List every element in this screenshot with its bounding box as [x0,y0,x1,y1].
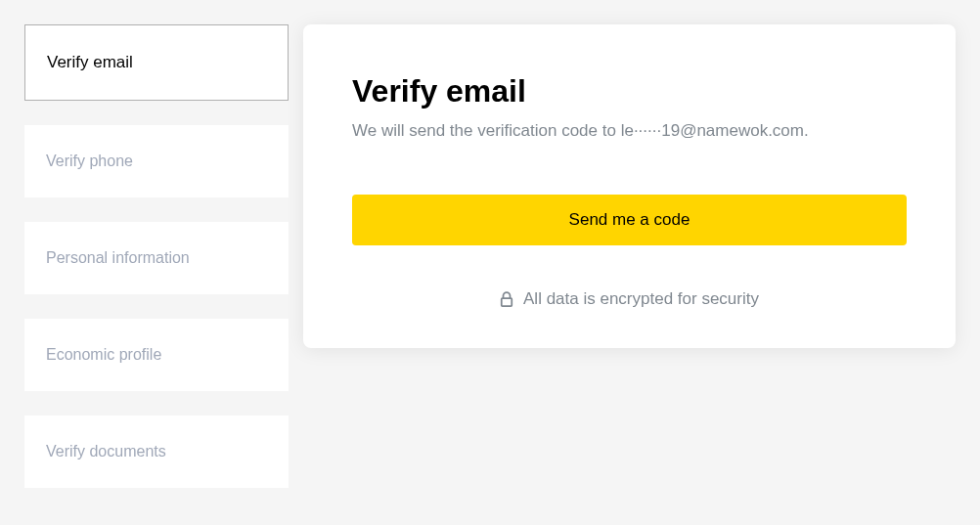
lock-icon [500,291,513,307]
sidebar-item-personal-information[interactable]: Personal information [24,222,289,294]
sidebar-item-verify-phone[interactable]: Verify phone [24,125,289,197]
sidebar-item-label: Verify phone [46,153,133,169]
sidebar-item-verify-documents[interactable]: Verify documents [24,416,289,488]
sidebar-item-verify-email[interactable]: Verify email [24,24,289,101]
page-subtitle: We will send the verification code to le… [352,121,907,141]
sidebar-item-label: Personal information [46,249,190,266]
send-code-button[interactable]: Send me a code [352,195,907,245]
sidebar-item-label: Verify documents [46,443,166,459]
sidebar-item-label: Verify email [47,53,133,71]
sidebar-item-economic-profile[interactable]: Economic profile [24,319,289,391]
sidebar-item-label: Economic profile [46,346,161,363]
svg-rect-0 [502,298,512,306]
sidebar: Verify email Verify phone Personal infor… [24,24,289,488]
page-title: Verify email [352,73,907,109]
main-card: Verify email We will send the verificati… [303,24,956,348]
security-notice: All data is encrypted for security [352,289,907,309]
security-text: All data is encrypted for security [523,289,759,309]
